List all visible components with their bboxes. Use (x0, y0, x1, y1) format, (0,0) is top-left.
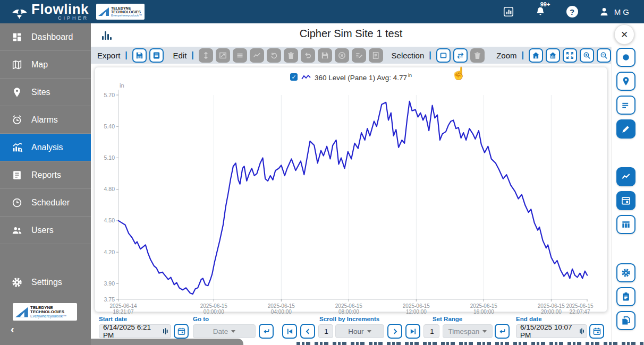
start-date-input[interactable]: 6/14/2025 6:21 PM (99, 324, 171, 338)
svg-text:3.75: 3.75 (104, 296, 115, 303)
scroll-back-button[interactable] (300, 324, 315, 339)
svg-text:2025-06-15: 2025-06-15 (335, 303, 363, 309)
edit-save-button (318, 48, 332, 63)
chart-legend: ✓ 360 Level (Pane 1) Avg: 4.77in ☝ (95, 67, 607, 83)
legend-checkbox[interactable]: ✓ (290, 73, 298, 81)
sidebar-item-reports[interactable]: Reports (0, 161, 91, 189)
selection-swap-button[interactable] (453, 48, 468, 63)
scroll-unit-dropdown[interactable]: Hour (335, 324, 384, 338)
rail-calendar-view-button[interactable] (616, 191, 635, 210)
rail-table-view-button[interactable] (616, 215, 635, 234)
sidebar-item-map[interactable]: Map (0, 51, 91, 79)
svg-text:04:00:00: 04:00:00 (271, 309, 292, 315)
sidebar-label: Dashboard (31, 32, 73, 42)
end-date-calendar-button[interactable] (589, 324, 604, 339)
export-save-button[interactable] (132, 48, 147, 63)
start-date-calendar-button[interactable] (174, 324, 189, 339)
rail-record-button[interactable] (616, 48, 635, 67)
pane-title-bar: Cipher Sim Site 1 test ✕ (91, 23, 644, 47)
sidebar-label: Users (31, 226, 54, 235)
zoom-out-button[interactable] (597, 48, 611, 63)
teledyne-logo-sidebar: TELEDYNE TECHNOLOGIES Everywhereyoulook™ (13, 303, 77, 321)
svg-text:2025-06-15: 2025-06-15 (268, 303, 295, 309)
dashboard-icon (11, 31, 23, 43)
goto-date-dropdown[interactable]: Date (193, 324, 256, 338)
sidebar-item-users[interactable]: Users (0, 217, 91, 244)
rail-clipboard-button[interactable] (616, 287, 635, 306)
set-range-apply-button[interactable] (495, 324, 510, 339)
edit-label: Edit (173, 51, 187, 60)
stats-panel-icon[interactable] (503, 6, 514, 18)
teledyne-line2: TECHNOLOGIES (111, 10, 142, 14)
zoom-in-button[interactable] (580, 48, 594, 63)
flowlink-brand: Flowlink CIPHER (12, 3, 89, 21)
selection-rectangle-button[interactable] (436, 48, 451, 63)
zoom-extents-button[interactable] (563, 48, 577, 63)
rail-edit-button[interactable] (616, 119, 635, 139)
calendar-icon (177, 327, 186, 336)
zoom-out-icon (599, 51, 608, 60)
set-range-value[interactable]: 1 (423, 324, 439, 338)
edit-delete-button (284, 48, 298, 63)
teledyne-arrow-icon (15, 306, 29, 318)
chart-card: ✓ 360 Level (Pane 1) Avg: 4.77in ☝ in5.7… (95, 67, 607, 312)
zoom-home-data-button[interactable] (546, 48, 560, 63)
scroll-forward-button[interactable] (387, 324, 402, 339)
goto-apply-button[interactable] (259, 324, 274, 339)
calendar-icon (621, 195, 631, 206)
series-line-icon (301, 74, 311, 80)
svg-text:in: in (120, 83, 124, 89)
zoom-home-button[interactable] (529, 48, 543, 63)
sidebar-item-dashboard[interactable]: Dashboard (0, 23, 91, 51)
close-button[interactable]: ✕ (614, 24, 634, 45)
edit-data-button (352, 48, 366, 63)
rail-notes-button[interactable] (616, 96, 635, 115)
export-report-button[interactable] (149, 48, 164, 63)
rail-settings-button[interactable] (616, 263, 635, 282)
page-lines-icon (371, 51, 380, 60)
sidebar-item-settings[interactable]: Settings (0, 269, 91, 296)
lines-icon (235, 51, 244, 60)
rail-chart-view-button[interactable] (616, 167, 635, 186)
rail-copy-button[interactable] (616, 311, 635, 330)
copy-pages-icon (621, 315, 631, 326)
sidebar-collapse-chevron[interactable]: ‹ (11, 323, 14, 335)
scroll-last-button[interactable] (405, 324, 420, 339)
rotate-ccw-icon (269, 51, 278, 60)
end-date-input[interactable]: 6/15/2025 10:07 PM (516, 324, 587, 338)
home-icon (531, 51, 540, 60)
sidebar-item-analysis[interactable]: Analysis (0, 134, 91, 161)
edit-restore-button (267, 48, 281, 63)
edit-interpolate-button (250, 48, 264, 63)
zoom-in-icon (582, 51, 591, 60)
trash-icon (286, 51, 295, 60)
box-diagonal-icon (218, 51, 227, 60)
edit-slope-button (216, 48, 230, 63)
legend-unit: in (408, 73, 412, 78)
svg-text:5.70: 5.70 (104, 92, 115, 98)
left-sidebar: Dashboard Map Sites Alarms Analysis (0, 23, 91, 345)
teledyne-tagline: Everywhereyoulook™ (111, 14, 142, 17)
sidebar-label: Reports (31, 170, 61, 180)
clipboard-icon (621, 291, 631, 302)
help-icon[interactable]: ? (566, 6, 578, 18)
svg-text:18:21:07: 18:21:07 (113, 309, 134, 315)
sidebar-item-alarms[interactable]: Alarms (0, 106, 91, 134)
rail-sites-button[interactable] (616, 72, 635, 91)
save-icon (320, 51, 329, 60)
time-navigation-controls: Start date 6/14/2025 6:21 PM Go to Date … (0, 315, 644, 342)
swap-arrows-icon (456, 51, 465, 60)
scroll-increment-value[interactable]: 1 (318, 324, 333, 338)
notifications-bell-icon[interactable]: 99+ (535, 6, 546, 18)
text-lines-icon (621, 100, 631, 110)
svg-text:3.90: 3.90 (104, 280, 115, 287)
scroll-first-button[interactable] (282, 324, 297, 339)
timeseries-chart[interactable]: in5.705.405.104.804.504.203.903.752025-0… (95, 83, 607, 315)
notification-badge: 99+ (540, 1, 550, 7)
user-menu[interactable]: M G (598, 6, 629, 18)
svg-text:08:00:00: 08:00:00 (338, 309, 359, 315)
sidebar-item-scheduler[interactable]: Scheduler (0, 189, 91, 217)
sidebar-item-sites[interactable]: Sites (0, 79, 91, 106)
teledyne-arrow-icon (98, 6, 109, 17)
set-range-unit-dropdown[interactable]: Timespan (443, 324, 493, 338)
